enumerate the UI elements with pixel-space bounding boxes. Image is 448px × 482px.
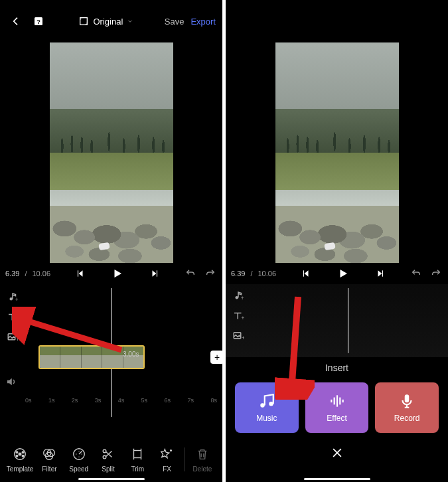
time-current: 6.39 <box>231 270 245 278</box>
timeline[interactable]: + + + + 3.00s 0s1s2s3s4s5s6s7s8s <box>0 284 222 417</box>
tool-speed[interactable]: Speed <box>64 445 94 473</box>
bottom-toolbar: Template Filter Speed Split Trim FX Dele… <box>0 445 222 473</box>
tool-filter[interactable]: Filter <box>35 445 64 473</box>
top-bar: ? Original Save Export <box>0 0 222 42</box>
music-icon <box>258 392 275 410</box>
screen-left: ? Original Save Export 6.39 / 10.06 <box>0 0 222 482</box>
back-button[interactable] <box>7 12 25 31</box>
svg-rect-30 <box>303 270 303 276</box>
video-preview[interactable] <box>50 42 173 263</box>
svg-marker-31 <box>340 270 347 278</box>
svg-text:?: ? <box>37 18 40 25</box>
next-button[interactable] <box>374 267 387 280</box>
save-button[interactable]: Save <box>165 17 185 27</box>
aspect-ratio-selector[interactable]: Original <box>78 16 133 27</box>
home-indicator <box>78 478 145 480</box>
add-image-track-button[interactable]: + <box>231 329 246 343</box>
svg-point-26 <box>170 450 171 451</box>
insert-record-button[interactable]: Record <box>375 382 439 433</box>
insert-effect-button[interactable]: Effect <box>305 382 369 433</box>
undo-button[interactable] <box>184 267 197 280</box>
playback-bar: 6.39 / 10.06 <box>226 263 448 284</box>
tool-trim[interactable]: Trim <box>123 445 152 473</box>
svg-point-17 <box>16 455 18 457</box>
svg-rect-38 <box>331 400 332 402</box>
time-separator: / <box>25 270 27 278</box>
add-text-track-button[interactable]: + <box>231 309 246 323</box>
undo-button[interactable] <box>410 267 423 280</box>
svg-rect-40 <box>336 395 337 406</box>
export-button[interactable]: Export <box>190 17 216 27</box>
save-export-group: Save Export <box>165 17 216 27</box>
svg-rect-42 <box>342 400 343 402</box>
tool-fx[interactable]: FX <box>152 445 181 473</box>
filter-icon <box>40 445 58 463</box>
add-text-track-button[interactable]: + <box>5 311 20 324</box>
svg-marker-6 <box>152 270 156 276</box>
time-total: 10.06 <box>32 270 50 278</box>
svg-rect-4 <box>77 270 78 276</box>
insert-music-button[interactable]: Music <box>235 382 299 433</box>
redo-button[interactable] <box>429 267 443 280</box>
svg-marker-32 <box>378 270 382 276</box>
svg-rect-7 <box>156 270 157 276</box>
redo-button[interactable] <box>204 267 217 280</box>
insert-title: Insert <box>235 362 439 373</box>
clip-duration: 3.00s <box>123 351 139 358</box>
video-preview[interactable] <box>275 42 399 263</box>
svg-text:+: + <box>15 297 19 303</box>
add-clip-button[interactable]: + <box>210 351 222 364</box>
insert-panel: Insert Music Effect Record <box>226 362 448 459</box>
home-indicator <box>304 478 370 480</box>
preview-area <box>226 42 448 263</box>
play-button[interactable] <box>336 267 350 280</box>
delete-icon <box>194 445 211 463</box>
time-separator: / <box>250 270 252 278</box>
svg-marker-3 <box>78 270 82 276</box>
tool-template[interactable]: Template <box>5 445 35 473</box>
preview-area <box>0 42 222 263</box>
svg-point-14 <box>19 453 21 455</box>
svg-marker-12 <box>7 378 12 386</box>
svg-rect-33 <box>382 270 382 276</box>
svg-point-18 <box>22 455 24 457</box>
tool-delete[interactable]: Delete <box>188 445 217 473</box>
template-icon <box>11 445 29 463</box>
prev-button[interactable] <box>74 267 87 280</box>
screen-right: 6.39 / 10.06 + + + Insert <box>226 0 448 482</box>
tool-split[interactable]: Split <box>94 445 123 473</box>
next-button[interactable] <box>148 267 161 280</box>
svg-point-16 <box>22 451 24 453</box>
split-icon <box>100 445 117 463</box>
time-ruler: 0s1s2s3s4s5s6s7s8s <box>25 397 217 409</box>
svg-rect-43 <box>405 394 410 402</box>
time-total: 10.06 <box>258 270 276 278</box>
aspect-label: Original <box>93 17 123 27</box>
svg-marker-29 <box>304 270 308 276</box>
add-audio-track-button[interactable]: + <box>5 291 20 304</box>
svg-text:+: + <box>242 315 245 321</box>
close-button[interactable] <box>235 446 439 459</box>
toolbar-divider <box>185 447 185 471</box>
playback-bar: 6.39 / 10.06 <box>0 263 222 284</box>
volume-icon[interactable] <box>5 376 17 388</box>
speed-icon <box>70 445 88 463</box>
playhead[interactable] <box>348 288 348 353</box>
prev-button[interactable] <box>299 267 313 280</box>
timeline[interactable]: + + + <box>226 284 448 357</box>
svg-rect-2 <box>80 18 88 25</box>
add-audio-track-button[interactable]: + <box>231 289 246 303</box>
top-spacer <box>226 0 448 42</box>
svg-rect-25 <box>134 451 141 458</box>
svg-text:+: + <box>16 317 19 323</box>
svg-marker-5 <box>114 270 121 278</box>
time-current: 6.39 <box>5 270 19 278</box>
svg-rect-41 <box>339 398 340 405</box>
help-button[interactable]: ? <box>29 12 48 31</box>
effect-icon <box>329 392 346 410</box>
trim-icon <box>129 445 146 463</box>
svg-text:+: + <box>241 295 244 301</box>
svg-text:+: + <box>16 337 19 343</box>
play-button[interactable] <box>111 267 124 280</box>
add-image-track-button[interactable]: + <box>5 331 20 344</box>
